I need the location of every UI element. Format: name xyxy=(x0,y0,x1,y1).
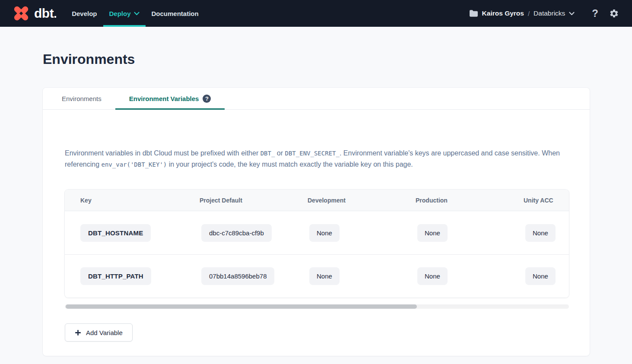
tab-environments[interactable]: Environments xyxy=(48,88,115,109)
nav-item-label: Documentation xyxy=(152,10,199,17)
variable-key-cell[interactable]: DBT_HOSTNAME xyxy=(80,224,151,242)
breadcrumb-separator: / xyxy=(528,10,530,17)
table-row: DBT_HOSTNAME dbc-c7c89cba-cf9b None None… xyxy=(65,211,569,254)
dbt-logo-icon xyxy=(12,4,30,22)
column-header-unity-acc: Unity ACC xyxy=(524,197,569,204)
unity-acc-cell[interactable]: None xyxy=(525,224,556,242)
project-name: Kairos Gyros xyxy=(482,9,524,17)
card-body: Environment variables in dbt Cloud must … xyxy=(43,148,590,342)
production-cell[interactable]: None xyxy=(417,224,448,242)
folder-icon xyxy=(469,9,478,17)
nav-item-develop[interactable]: Develop xyxy=(66,0,103,27)
brand-wordmark: dbt xyxy=(34,7,56,20)
development-cell[interactable]: None xyxy=(309,267,340,285)
nav-item-label: Develop xyxy=(72,10,97,17)
table-row: DBT_HTTP_PATH 07bb14a8596beb78 None None… xyxy=(65,254,569,298)
production-cell[interactable]: None xyxy=(417,267,448,285)
navbar-right: Kairos Gyros / Databricks ? xyxy=(469,8,619,19)
variable-key-cell[interactable]: DBT_HTTP_PATH xyxy=(80,267,151,285)
nav-item-documentation[interactable]: Documentation xyxy=(146,0,205,27)
development-cell[interactable]: None xyxy=(309,224,340,242)
column-header-production: Production xyxy=(416,197,524,204)
top-navbar: dbt Develop Deploy Documentation Kairos … xyxy=(0,0,632,27)
tab-environment-variables[interactable]: Environment Variables ? xyxy=(115,88,225,109)
chevron-down-icon xyxy=(134,12,140,16)
environments-card: Environments Environment Variables ? Env… xyxy=(43,88,590,356)
environment-variables-table: Key Project Default Development Producti… xyxy=(65,190,569,298)
add-variable-button[interactable]: Add Variable xyxy=(65,323,133,342)
nav-item-label: Deploy xyxy=(109,10,131,17)
unity-acc-cell[interactable]: None xyxy=(525,267,556,285)
primary-nav: Develop Deploy Documentation xyxy=(66,0,205,27)
gear-icon xyxy=(609,9,619,19)
plus-icon xyxy=(75,329,81,336)
column-header-key: Key xyxy=(80,197,200,204)
column-header-development: Development xyxy=(308,197,416,204)
dbt-logo[interactable]: dbt xyxy=(12,4,56,22)
add-variable-label: Add Variable xyxy=(86,329,123,336)
horizontal-scrollbar-thumb[interactable] xyxy=(66,304,417,309)
description-text: Environment variables in dbt Cloud must … xyxy=(65,148,569,170)
page-title: Environments xyxy=(43,50,590,68)
settings-gear-icon[interactable] xyxy=(609,9,619,19)
tab-label: Environments xyxy=(62,95,102,102)
tab-label: Environment Variables xyxy=(129,95,199,102)
nav-item-deploy[interactable]: Deploy xyxy=(103,0,146,27)
project-default-cell[interactable]: dbc-c7c89cba-cf9b xyxy=(201,224,272,242)
tab-help-icon[interactable]: ? xyxy=(203,95,211,103)
tab-bar: Environments Environment Variables ? xyxy=(43,88,590,110)
table-header-row: Key Project Default Development Producti… xyxy=(65,190,569,211)
project-picker[interactable]: Kairos Gyros / Databricks xyxy=(469,9,575,17)
main-content: Environments Environments Environment Va… xyxy=(0,50,632,356)
help-icon[interactable]: ? xyxy=(592,8,598,19)
project-default-cell[interactable]: 07bb14a8596beb78 xyxy=(201,267,274,285)
environment-name: Databricks xyxy=(534,9,565,17)
horizontal-scrollbar-track[interactable] xyxy=(65,304,569,309)
chevron-down-icon xyxy=(569,12,575,16)
column-header-project-default: Project Default xyxy=(200,197,308,204)
